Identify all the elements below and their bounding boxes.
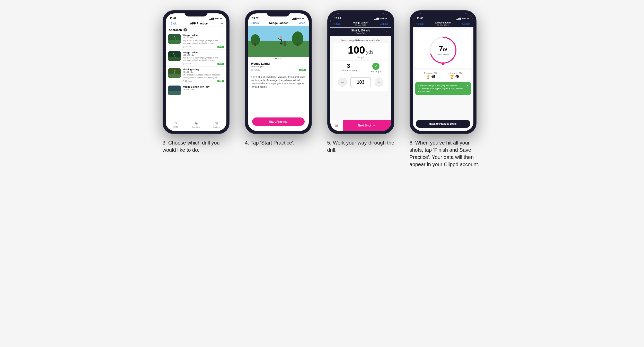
back-btn-6[interactable]: < Back xyxy=(416,22,424,25)
last-month-value-6: 🏆 -/9 xyxy=(447,74,462,79)
section-header-3: Approach 7 xyxy=(166,27,226,32)
nav-bar-4: < Back Wedge Ladder Cancel xyxy=(248,20,309,26)
drill-shots-0: ◷ 9 shots xyxy=(183,46,191,48)
drill-info-0: Wedge Ladder 50-100 yds Play 1 shot at e… xyxy=(183,34,224,48)
arrow-icon-5: → xyxy=(373,124,376,127)
step4-container: 13:02 ▂▄▆ WiFi 46 < Back Wedge Ladder Ca… xyxy=(245,10,317,146)
target-display-5: 100 yds Target 3 Difference (yds) ✓ Hit … xyxy=(333,43,388,91)
nav-home-3[interactable]: ⌂ Home xyxy=(166,121,186,128)
nav-title-3: APP Practice xyxy=(190,22,208,25)
carry-label-5: Enter carry distance for each shot xyxy=(330,36,391,43)
trophy-icon-month-6: 🏆 xyxy=(449,74,454,79)
star-icon-2[interactable]: ☆ xyxy=(222,68,224,71)
capture-icon-3: ⊕ xyxy=(215,121,218,125)
dot-3-4 xyxy=(280,58,281,59)
svg-point-21 xyxy=(280,36,282,38)
drill-list-3: Wedge Ladder 50-100 yds Play 1 shot at e… xyxy=(166,32,226,97)
prev-pb-label-6: Previous PB xyxy=(424,72,437,74)
app-badge-0: APP xyxy=(217,46,224,48)
drill-desc-2: Hit 1 shot at each of the 10 target dist… xyxy=(183,74,222,79)
cancel-btn-5[interactable]: Cancel xyxy=(380,22,388,25)
start-practice-btn-4[interactable]: Start Practice xyxy=(252,117,305,126)
dot-1-4 xyxy=(275,58,277,59)
nav-center-6: Wedge Ladder 06 Mar 2023 xyxy=(435,21,451,26)
svg-point-28 xyxy=(442,62,444,65)
drill-range-0: 50-100 yds xyxy=(183,37,222,39)
drill-shots-1: ◷ 9 shots xyxy=(183,63,191,65)
screen-6: 13:03 ▂▄▆ WiFi 46 < Back Wedge Ladder 06… xyxy=(413,13,473,131)
golf-image-4 xyxy=(248,26,309,57)
next-shot-btn-5[interactable]: Next Shot → xyxy=(343,120,391,131)
time-5: 13:03 xyxy=(334,17,341,20)
score-fraction-6: 7/9 xyxy=(439,45,447,53)
trash-btn-5[interactable]: 🗑 xyxy=(330,120,343,131)
star-icon-4[interactable]: ☆ xyxy=(303,62,306,65)
drill-footer-0: ◷ 9 shots APP xyxy=(183,46,224,48)
next-arrow-5[interactable]: → xyxy=(383,29,388,35)
nav-title-4: Wedge Ladder xyxy=(269,21,288,24)
drill-item-3[interactable]: Wedge & Short Iron Play 100-140 yds ☆ xyxy=(166,84,226,97)
back-btn-4[interactable]: < Back xyxy=(251,22,259,24)
target-yds-row-5: 100 yds xyxy=(333,44,388,56)
screen-3: 13:02 ▂▄▆ WiFi 46 < Back APP Practice ≡ … xyxy=(166,13,226,131)
screen-4: 13:02 ▂▄▆ WiFi 46 < Back Wedge Ladder Ca… xyxy=(248,13,309,131)
nav-capture-3[interactable]: ⊕ Capture xyxy=(206,121,226,128)
back-practice-btn-6[interactable]: Back to Practice Drills xyxy=(416,120,470,128)
step6-container: 13:03 ▂▄▆ WiFi 46 < Back Wedge Ladder 06… xyxy=(410,10,482,168)
success-toast-6: ✕ 'Wedge Ladder (100-140 yds)' was creat… xyxy=(415,82,471,95)
phone-3: 13:02 ▂▄▆ WiFi 46 < Back APP Practice ≡ … xyxy=(163,10,230,134)
drill-title-3: Wedge & Short Iron Play xyxy=(183,86,210,88)
wifi-icon-4: WiFi xyxy=(297,17,302,20)
svg-rect-5 xyxy=(168,57,181,61)
cancel-btn-4[interactable]: Cancel xyxy=(297,22,305,24)
star-icon-1[interactable]: ☆ xyxy=(222,51,224,54)
wifi-icon-5: WiFi xyxy=(380,17,384,20)
drill-title-2: Pitching String xyxy=(183,68,222,71)
detail-range-4: 100-140 yds xyxy=(251,65,271,68)
hit-target-display-5: ✓ Hit Target xyxy=(371,63,381,73)
back-btn-3[interactable]: < Back xyxy=(169,22,177,25)
input-value-5[interactable]: 103 xyxy=(350,77,371,87)
drill-title-1: Wedge Ladder xyxy=(183,51,222,54)
detail-title-4: Wedge Ladder xyxy=(251,62,271,65)
cancel-btn-6[interactable]: Cancel xyxy=(462,22,470,25)
app-badge-2: APP xyxy=(217,80,224,82)
section-label-3: Approach xyxy=(169,28,182,31)
minus-btn-5[interactable]: − xyxy=(338,78,347,87)
step5-container: 13:03 ▂▄▆ WiFi 46 < Back Wedge Ladder 06… xyxy=(327,10,399,154)
drill-info-1: Wedge Ladder 100-140 yds Play 1 shot at … xyxy=(183,51,224,65)
nav-title-6: Wedge Ladder xyxy=(435,21,451,24)
signal-icon-5: ▂▄▆ xyxy=(374,17,379,20)
nav-activities-3[interactable]: ◈ Activities xyxy=(186,121,206,128)
star-icon-3[interactable]: ☆ xyxy=(222,86,224,88)
drill-desc-1: Play 1 shot at each target yardage. If y… xyxy=(183,57,222,62)
nav-title-5: Wedge Ladder xyxy=(352,21,368,24)
toast-close-icon-6[interactable]: ✕ xyxy=(466,84,469,88)
svg-point-7 xyxy=(173,53,174,54)
app-badge-1: APP xyxy=(217,63,224,65)
caption-6: 6. When you've hit all your shots, tap '… xyxy=(410,139,482,168)
svg-rect-17 xyxy=(254,43,256,46)
drill-item-2[interactable]: Pitching String 55-100 yds Hit 1 shot at… xyxy=(166,67,226,84)
battery-icon-4: 46 xyxy=(302,17,305,20)
drill-thumb-1 xyxy=(168,51,181,61)
star-icon-0[interactable]: ☆ xyxy=(222,34,224,37)
drill-item-0[interactable]: Wedge Ladder 50-100 yds Play 1 shot at e… xyxy=(166,32,226,50)
notch-3 xyxy=(184,11,208,16)
pb-row-6: Previous PB 🏆 -/9 Last month PB 🏆 -/9 xyxy=(415,70,471,81)
plus-btn-5[interactable]: + xyxy=(375,78,383,87)
hit-target-label-5: Hit Target xyxy=(371,70,381,73)
nav-date-6: 06 Mar 2023 xyxy=(435,24,451,26)
drill-footer-1: ◷ 9 shots APP xyxy=(183,63,224,65)
drill-item-1[interactable]: Wedge Ladder 100-140 yds Play 1 shot at … xyxy=(166,50,226,67)
home-label-3: Home xyxy=(173,126,178,128)
menu-icon-3[interactable]: ≡ xyxy=(221,21,223,26)
shot-info-5: Shot 1, 100 yds Score 5/9 xyxy=(351,29,370,35)
detail-desc-4: Play 1 shot at each target yardage. If y… xyxy=(248,73,309,90)
back-btn-5[interactable]: < Back xyxy=(333,22,341,25)
notch-6 xyxy=(431,11,455,16)
battery-icon-3: 46 xyxy=(220,17,222,20)
prev-arrow-5[interactable]: ← xyxy=(333,29,338,35)
signal-icon-3: ▂▄▆ xyxy=(209,17,214,20)
time-3: 13:02 xyxy=(170,17,177,20)
